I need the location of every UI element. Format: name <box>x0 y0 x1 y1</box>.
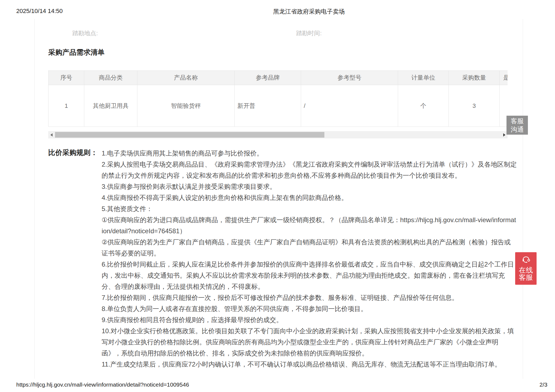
column-header-product-name: 产品名称 <box>137 71 235 85</box>
survey-time-label: 踏勘时间: <box>296 29 322 37</box>
print-preview-page: 2025/10/14 14:50 黑龙江省政府采购电子卖场 踏勘地点: 踏勘时间… <box>0 0 555 392</box>
footer-url: https://hljcg.hlj.gov.cn/mall-view/infor… <box>16 381 189 388</box>
rule-item: 5.其他资质文件： <box>102 203 517 214</box>
rule-item: 4.供应商报价不得高于采购人设定的初步意向价格和供应商上架在售的同款商品价格。 <box>102 192 517 203</box>
table-header-row: 序号 商品分类 产品名称 参考品牌 参考型号 计量单位 采购数量 是 <box>49 71 508 85</box>
rule-item: 6.比价报价时间截止后，采购人应在满足比价条件并参加报价的供应商中选择排名价最低… <box>102 259 517 292</box>
column-header-index: 序号 <box>49 71 84 85</box>
rule-item: 11.产生成交结果后，供应商应72小时内确认订单，不可不确认订单或以商品价格错误… <box>102 359 517 370</box>
column-header-model: 参考型号 <box>301 71 398 85</box>
survey-location-label: 踏勘地点: <box>72 29 98 37</box>
scrollbar-right-arrow-icon[interactable] <box>503 133 505 137</box>
online-service-button[interactable]: 在线 客服 <box>515 252 537 285</box>
rule-item: 8.单位负责人为同一人或者存在直接控股、管理关系的不同供应商，不得参加同一比价项… <box>102 303 517 314</box>
page-indicator: 2/3 <box>540 381 547 388</box>
column-header-category: 商品分类 <box>84 71 137 85</box>
scrollbar-thumb[interactable] <box>55 132 324 138</box>
cell-index: 1 <box>49 85 84 127</box>
rule-item: 1.电子卖场供应商用其上架销售的商品可参与比价报价。 <box>102 148 517 159</box>
print-timestamp: 2025/10/14 14:50 <box>16 8 63 15</box>
rule-item: ①供应商响应的若为进口商品或品牌商品，需提供生产厂家或一级经销商授权。？（品牌商… <box>102 214 517 237</box>
online-service-label-line1: 在线 <box>519 267 533 274</box>
rule-item: 9.供应商报价相同且符合报价规则的，应选择最早报价的成交。 <box>102 314 517 325</box>
customer-service-chat-button[interactable]: 客服 沟通 <box>506 116 528 135</box>
rule-item: ②供应商响应的若为生产厂家自产自销商品，应提供《生产厂家自产自销商品证明》和具有… <box>102 237 517 259</box>
cell-unit: 个 <box>398 85 449 127</box>
site-title: 黑龙江省政府采购电子卖场 <box>273 8 345 16</box>
page-title: 采购产品需求清单 <box>48 48 105 57</box>
rule-item: 7.比价报价期间，供应商只能报价一次，报价后不可修改报价产品的技术参数、服务标准… <box>102 292 517 303</box>
headset-icon <box>521 255 531 264</box>
column-header-brand: 参考品牌 <box>235 71 301 85</box>
chat-button-label-line1: 客服 <box>511 117 524 125</box>
cell-product-name: 智能验货秤 <box>137 85 235 127</box>
table-row: 1 其他厨卫用具 智能验货秤 新开普 / 个 3 <box>49 85 508 127</box>
rule-item: 2.采购人按照电子卖场交易商品品目、《政府采购需求管理办法》《黑龙江省政府采购文… <box>102 159 517 181</box>
column-header-clipped: 是 <box>500 71 508 85</box>
scrollbar-left-arrow-icon[interactable] <box>50 133 53 137</box>
cell-category: 其他厨卫用具 <box>84 85 137 127</box>
horizontal-scrollbar[interactable] <box>48 131 508 138</box>
rules-label: 比价采购规则： <box>48 148 98 157</box>
rule-item: 10.对小微企业实行价格优惠政策。比价项目如关联了不专门面向中小企业的政府采购计… <box>102 325 517 359</box>
cell-model: / <box>301 85 398 127</box>
product-requirements-table: 序号 商品分类 产品名称 参考品牌 参考型号 计量单位 采购数量 是 1 其他厨… <box>48 70 508 127</box>
cell-brand: 新开普 <box>235 85 301 127</box>
column-header-quantity: 采购数量 <box>449 71 500 85</box>
chat-button-label-line2: 沟通 <box>511 125 524 134</box>
rules-list: 1.电子卖场供应商用其上架销售的商品可参与比价报价。 2.采购人按照电子卖场交易… <box>102 148 517 370</box>
rule-item: 3.供应商参与报价则表示默认满足并接受采购需求项目要求。 <box>102 181 517 192</box>
online-service-label-line2: 客服 <box>519 274 533 281</box>
cell-quantity: 3 <box>449 85 500 127</box>
column-header-unit: 计量单位 <box>398 71 449 85</box>
